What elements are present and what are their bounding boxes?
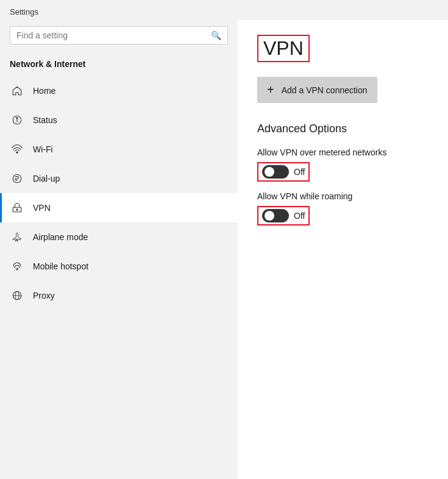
toggle-metered-state: Off: [294, 167, 305, 177]
sidebar-item-vpn[interactable]: VPN: [0, 193, 238, 222]
svg-point-7: [16, 268, 18, 270]
sidebar-item-wifi[interactable]: Wi-Fi: [0, 135, 238, 164]
sidebar-item-wifi-label: Wi-Fi: [33, 144, 53, 154]
app-title: Settings: [10, 7, 38, 16]
svg-point-6: [16, 209, 18, 210]
search-input[interactable]: [16, 30, 211, 40]
toggle-metered-label: Allow VPN over metered networks: [257, 147, 428, 157]
main-layout: 🔍 Network & Internet Home Status: [0, 20, 448, 479]
search-box[interactable]: 🔍: [10, 26, 228, 44]
search-icon: 🔍: [211, 30, 221, 40]
wifi-icon: [10, 142, 24, 157]
toggle-row-roaming: Allow VPN while roaming Off: [257, 191, 428, 225]
toggle-roaming-state: Off: [294, 211, 305, 221]
proxy-icon: [10, 288, 24, 303]
title-bar: Settings: [0, 0, 448, 20]
sidebar-item-dialup-label: Dial-up: [33, 174, 60, 183]
airplane-icon: [10, 230, 24, 244]
sidebar-item-airplane-label: Airplane mode: [33, 232, 88, 242]
hotspot-icon: [10, 259, 24, 274]
home-icon: [10, 83, 24, 98]
search-wrapper: 🔍: [0, 20, 238, 54]
toggle-row-metered: Allow VPN over metered networks Off: [257, 147, 428, 182]
add-vpn-label: Add a VPN connection: [282, 85, 368, 95]
vpn-icon: [10, 200, 24, 215]
section-label: Network & Internet: [0, 54, 238, 76]
dialup-icon: [10, 171, 24, 186]
add-vpn-button[interactable]: + Add a VPN connection: [257, 77, 377, 103]
sidebar-item-home-label: Home: [33, 86, 55, 96]
sidebar: 🔍 Network & Internet Home Status: [0, 20, 238, 479]
status-icon: [10, 113, 24, 127]
sidebar-item-dialup[interactable]: Dial-up: [0, 164, 238, 193]
sidebar-item-home[interactable]: Home: [0, 76, 238, 105]
svg-point-4: [13, 174, 21, 183]
toggle-roaming-label: Allow VPN while roaming: [257, 191, 428, 201]
sidebar-item-status-label: Status: [33, 115, 57, 125]
sidebar-item-airplane[interactable]: Airplane mode: [0, 222, 238, 252]
plus-icon: +: [267, 83, 274, 97]
content-area: VPN + Add a VPN connection Advanced Opti…: [238, 20, 448, 479]
sidebar-item-status[interactable]: Status: [0, 105, 238, 135]
svg-point-1: [16, 118, 18, 119]
sidebar-item-proxy-label: Proxy: [33, 291, 55, 300]
toggle-roaming-wrap[interactable]: Off: [257, 206, 310, 225]
sidebar-item-hotspot[interactable]: Mobile hotspot: [0, 252, 238, 281]
sidebar-item-hotspot-label: Mobile hotspot: [33, 261, 88, 271]
page-title: VPN: [257, 35, 310, 62]
sidebar-item-vpn-label: VPN: [33, 203, 51, 213]
toggle-metered[interactable]: [262, 165, 289, 179]
advanced-options-title: Advanced Options: [257, 122, 428, 135]
toggle-metered-wrap[interactable]: Off: [257, 162, 310, 182]
svg-point-3: [16, 152, 18, 153]
sidebar-item-proxy[interactable]: Proxy: [0, 281, 238, 310]
toggle-roaming[interactable]: [262, 209, 289, 222]
